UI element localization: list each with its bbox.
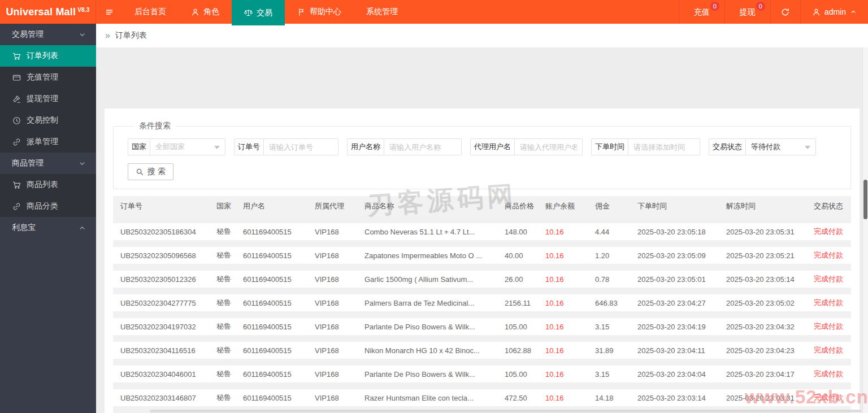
table-cell: 2025-03-20 23:04:27 bbox=[630, 294, 719, 311]
top-nav-label: 交易 bbox=[257, 8, 272, 18]
column-header: 下单时间 bbox=[630, 196, 719, 216]
page-title: 订单列表 bbox=[115, 31, 147, 41]
search-button[interactable]: 搜 索 bbox=[128, 163, 173, 180]
sidebar-item-10[interactable]: 利息宝 bbox=[0, 217, 96, 238]
agent-username-input[interactable] bbox=[515, 140, 582, 154]
content-area: 条件搜索 国家全部国家订单号用户名称代理用户名下单时间交易状态等待付款 搜 索 … bbox=[96, 47, 868, 413]
table-cell: Parlante De Piso Bowers & Wilk... bbox=[357, 318, 497, 335]
refresh-icon bbox=[781, 8, 789, 16]
filter-label: 国家 bbox=[128, 138, 150, 155]
scales-icon bbox=[244, 8, 253, 17]
table-cell: 2025-03-20 23:04:32 bbox=[719, 318, 806, 335]
table-cell: 10.16 bbox=[538, 342, 588, 359]
sidebar-item-2[interactable]: 订单列表 bbox=[0, 45, 96, 67]
sidebar-item-9[interactable]: 商品分类 bbox=[0, 195, 96, 217]
sidebar-item-7[interactable]: 商品管理 bbox=[0, 153, 96, 174]
username-input[interactable] bbox=[384, 140, 461, 154]
table-row: UB2503202305012326秘鲁601169400515VIP168Ga… bbox=[113, 271, 851, 288]
table-cell: 秘鲁 bbox=[209, 223, 236, 240]
table-cell: Nikon Monarch HG 10 x 42 Binoc... bbox=[357, 342, 497, 359]
trade-status-select[interactable]: 等待付款 bbox=[746, 138, 816, 155]
column-header: 订单号 bbox=[113, 196, 209, 216]
search-icon bbox=[136, 168, 144, 176]
chevron-down-icon bbox=[79, 160, 86, 167]
username: admin bbox=[824, 7, 846, 16]
top-nav-item-2[interactable]: 角色 bbox=[179, 0, 232, 24]
sidebar-item-3[interactable]: 充值管理 bbox=[0, 67, 96, 88]
recharge-button[interactable]: 充值 0 bbox=[679, 0, 724, 24]
table-cell: 完成付款 bbox=[806, 271, 851, 288]
table-cell: UB2503202305096568 bbox=[113, 247, 209, 264]
column-header: 商品价格 bbox=[497, 196, 538, 216]
table-cell: 10.16 bbox=[538, 247, 588, 264]
filter-group-3: 用户名称 bbox=[347, 138, 462, 155]
table-cell: 秘鲁 bbox=[209, 342, 236, 359]
table-cell: 2025-03-20 23:05:14 bbox=[719, 271, 806, 288]
table-cell: Parlante De Piso Bowers & Wilk... bbox=[357, 366, 497, 382]
table-cell: 2025-03-20 23:04:17 bbox=[719, 366, 806, 382]
table-cell: 秘鲁 bbox=[209, 247, 236, 264]
table-cell: VIP168 bbox=[307, 366, 357, 382]
table-cell: 2025-03-20 23:04:19 bbox=[630, 318, 719, 335]
sidebar-item-5[interactable]: 交易控制 bbox=[0, 110, 96, 131]
chevron-up-icon bbox=[850, 8, 857, 15]
table-cell: UB2503202305012326 bbox=[113, 271, 209, 288]
table-cell: 14.18 bbox=[588, 389, 630, 406]
table-cell: 完成付款 bbox=[806, 223, 851, 240]
table-cell: 2025-03-20 23:04:23 bbox=[719, 342, 806, 359]
order-time-input[interactable] bbox=[628, 140, 700, 154]
table-cell: Razer Huntsman Elite con tecla... bbox=[357, 389, 497, 406]
sidebar-item-label: 商品列表 bbox=[27, 180, 58, 190]
top-bar: Universal Mall V8.3 后台首页角色交易帮助中心系统管理 充值 … bbox=[0, 0, 868, 24]
table-cell: Zapatones Impermeables Moto O ... bbox=[357, 247, 497, 264]
table-cell: Palmers Barra de Tez Medicinal... bbox=[357, 294, 497, 311]
filter-label: 代理用户名 bbox=[470, 138, 515, 155]
column-header: 账户余额 bbox=[538, 196, 588, 216]
order-no-input[interactable] bbox=[264, 140, 338, 154]
sidebar-item-8[interactable]: 商品列表 bbox=[0, 174, 96, 195]
top-nav-item-1[interactable]: 后台首页 bbox=[122, 0, 179, 24]
sidebar-item-label: 交易管理 bbox=[12, 29, 44, 40]
top-nav-label: 角色 bbox=[203, 7, 219, 17]
search-fieldset: 条件搜索 国家全部国家订单号用户名称代理用户名下单时间交易状态等待付款 搜 索 bbox=[113, 121, 851, 189]
sidebar-item-6[interactable]: 派单管理 bbox=[0, 131, 96, 153]
link-icon bbox=[12, 202, 21, 211]
table-cell: 2025-03-20 23:05:18 bbox=[630, 223, 719, 240]
withdraw-button[interactable]: 提现 0 bbox=[725, 0, 770, 24]
vertical-scrollbar[interactable] bbox=[862, 47, 868, 413]
refresh-button[interactable] bbox=[771, 0, 800, 24]
table-cell: 10.16 bbox=[538, 366, 588, 382]
recharge-badge: 0 bbox=[710, 2, 719, 11]
menu-collapse-button[interactable] bbox=[96, 0, 122, 24]
column-header: 解冻时间 bbox=[719, 196, 806, 216]
withdraw-label: 提现 bbox=[740, 7, 756, 16]
sidebar-item-1[interactable]: 交易管理 bbox=[0, 24, 96, 45]
table-row: UB2503202305096568秘鲁601169400515VIP168Za… bbox=[113, 247, 851, 264]
sidebar-item-label: 充值管理 bbox=[27, 72, 58, 82]
filter-group-2: 订单号 bbox=[234, 138, 338, 155]
table-cell: 10.16 bbox=[538, 389, 588, 406]
horizontal-scrollbar-thumb[interactable] bbox=[150, 410, 861, 412]
table-cell: 秘鲁 bbox=[209, 366, 236, 382]
topbar-right: 充值 0 提现 0 admin bbox=[679, 0, 868, 24]
table-cell: 2025-03-20 23:05:31 bbox=[719, 223, 806, 240]
user-menu[interactable]: admin bbox=[801, 0, 868, 24]
orders-table: 订单号国家用户名所属代理商品名称商品价格账户余额佣金下单时间解冻时间交易状态UB… bbox=[113, 196, 851, 413]
sidebar-item-4[interactable]: 提现管理 bbox=[0, 88, 96, 110]
sidebar-item-label: 提现管理 bbox=[27, 94, 58, 104]
table-cell: VIP168 bbox=[307, 318, 357, 335]
chevron-up-icon bbox=[79, 224, 86, 232]
top-nav-item-5[interactable]: 系统管理 bbox=[354, 0, 410, 24]
breadcrumb: » 订单列表 bbox=[96, 24, 868, 47]
top-nav-label: 帮助中心 bbox=[310, 7, 341, 17]
brand-logo: Universal Mall V8.3 bbox=[0, 0, 96, 24]
column-header: 用户名 bbox=[236, 196, 307, 216]
top-nav-item-3[interactable]: 交易 bbox=[232, 0, 285, 25]
content-card: 条件搜索 国家全部国家订单号用户名称代理用户名下单时间交易状态等待付款 搜 索 … bbox=[105, 108, 860, 413]
top-nav-item-4[interactable]: 帮助中心 bbox=[285, 0, 354, 24]
table-cell: 601169400515 bbox=[236, 294, 307, 311]
vertical-scrollbar-thumb[interactable] bbox=[863, 180, 867, 219]
link-icon bbox=[12, 138, 21, 146]
select-value-wrap: 全部国家 bbox=[150, 142, 225, 152]
country-select[interactable]: 全部国家 bbox=[150, 138, 225, 155]
